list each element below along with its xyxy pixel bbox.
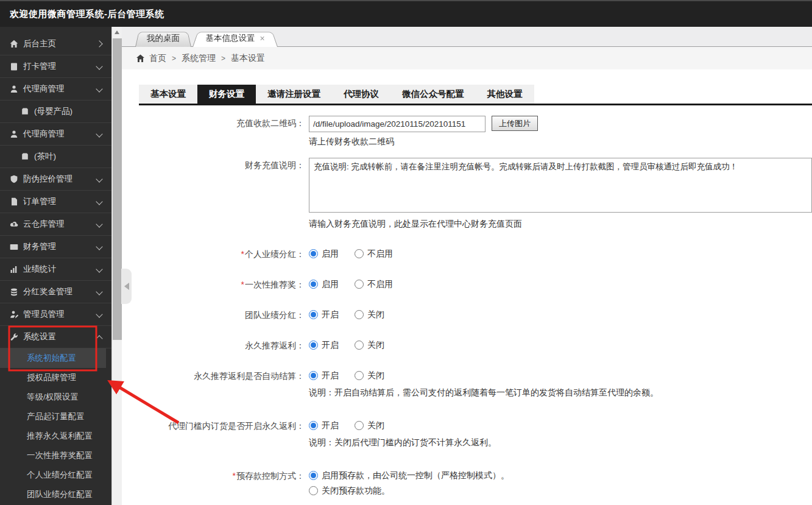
radio-icon[interactable] bbox=[355, 280, 364, 289]
sidebar-subitem[interactable]: 产品起订量配置 bbox=[0, 407, 111, 426]
radio-option[interactable]: 关闭 bbox=[355, 369, 384, 382]
radio-option[interactable]: 启用 bbox=[309, 247, 339, 260]
sidebar-subitem[interactable]: 推荐永久返利配置 bbox=[0, 426, 111, 446]
radio-icon[interactable] bbox=[355, 371, 364, 380]
required-mark: * bbox=[233, 471, 236, 481]
radio-icon[interactable] bbox=[355, 310, 364, 319]
sidebar-item[interactable]: 管理员管理 bbox=[0, 303, 111, 326]
content-tab[interactable]: 邀请注册设置 bbox=[256, 85, 332, 104]
radio-option[interactable]: 开启 bbox=[309, 308, 339, 321]
sidebar-collapse-handle[interactable] bbox=[121, 269, 132, 304]
finance-settings-form: 充值收款二维码： 上传图片 请上传财务收款二维码 财务充值说明： 请输入财务充值… bbox=[139, 116, 812, 505]
sidebar-item[interactable]: 云仓库管理 bbox=[0, 213, 111, 236]
radio-option[interactable]: 启用 bbox=[309, 277, 339, 291]
content-tab[interactable]: 基本设置 bbox=[139, 85, 197, 104]
content-tab[interactable]: 其他设置 bbox=[476, 85, 534, 104]
breadcrumb-system-management[interactable]: 系统管理 bbox=[182, 53, 216, 64]
main-area: 我的桌面 基本信息设置 × 首页 > 系统管理 > 基本设置 基本设置财务设置邀… bbox=[122, 27, 812, 505]
tab-basic-info-settings[interactable]: 基本信息设置 × bbox=[192, 30, 278, 47]
radio-icon[interactable] bbox=[309, 249, 318, 258]
cloud-icon bbox=[9, 220, 18, 229]
field-note: 说明：关闭后代理门槛内的订货不计算永久返利。 bbox=[309, 437, 496, 448]
box-icon bbox=[20, 107, 29, 116]
sidebar-scrollbar[interactable] bbox=[111, 27, 122, 505]
sidebar-item[interactable]: 分红奖金管理 bbox=[0, 281, 111, 303]
scrollbar-thumb[interactable] bbox=[113, 38, 122, 340]
form-row: *个人业绩分红： 启用 不启用 bbox=[139, 247, 812, 261]
radio-option[interactable]: 开启 bbox=[309, 369, 339, 382]
radio-option[interactable]: 关闭 bbox=[355, 338, 384, 351]
wrench-icon bbox=[9, 333, 18, 342]
topbar: 欢迎使用微商管理系统-后台管理系统 bbox=[0, 0, 812, 27]
required-mark: * bbox=[241, 280, 244, 289]
chevron-icon bbox=[96, 198, 102, 205]
recharge-note-textarea[interactable] bbox=[309, 158, 812, 213]
content-tab[interactable]: 代理协议 bbox=[332, 85, 390, 104]
breadcrumb-current: 基本设置 bbox=[231, 53, 265, 64]
settings-panel: 基本设置财务设置邀请注册设置代理协议微信公众号配置其他设置 充值收款二维码： 上… bbox=[122, 69, 812, 505]
sidebar-item[interactable]: 打卡管理 bbox=[0, 55, 111, 78]
radio-option[interactable]: 开启 bbox=[309, 338, 339, 351]
radio-option[interactable]: 关闭 bbox=[355, 418, 384, 432]
radio-icon[interactable] bbox=[355, 249, 364, 258]
radio-icon[interactable] bbox=[355, 341, 364, 350]
user-icon bbox=[9, 130, 18, 139]
form-row: *预存款控制方式： 启用预存款，由公司统一控制（严格控制模式）。 关闭预存款功能… bbox=[139, 468, 812, 499]
radio-icon[interactable] bbox=[309, 341, 318, 350]
required-mark: * bbox=[241, 249, 244, 259]
form-row: 永久推荐返利是否自动结算： 开启 关闭 说明：开启自动结算后，需公司支付的返利随… bbox=[139, 369, 812, 398]
sidebar-subitem[interactable]: 系统初始配置 bbox=[0, 348, 106, 368]
sidebar-subitem[interactable]: 授权品牌管理 bbox=[0, 368, 111, 387]
wallet-icon bbox=[9, 242, 18, 252]
content-tab[interactable]: 财务设置 bbox=[197, 85, 256, 104]
sidebar-item[interactable]: 订单管理 bbox=[0, 191, 111, 213]
sidebar-subitem[interactable]: 团队业绩分红配置 bbox=[0, 485, 111, 504]
chevron-icon bbox=[96, 40, 102, 47]
form-row: 充值收款二维码： 上传图片 请上传财务收款二维码 bbox=[139, 116, 812, 147]
home-icon bbox=[136, 54, 145, 63]
breadcrumb-separator: > bbox=[221, 54, 225, 63]
sidebar-subitem[interactable]: 等级/权限设置 bbox=[0, 387, 111, 407]
field-hint: 请上传财务收款二维码 bbox=[309, 136, 538, 147]
chevron-icon bbox=[96, 288, 102, 295]
radio-icon[interactable] bbox=[309, 280, 318, 289]
app-title: 欢迎使用微商管理系统-后台管理系统 bbox=[0, 9, 164, 20]
close-icon[interactable]: × bbox=[259, 34, 264, 43]
radio-icon[interactable] bbox=[309, 421, 318, 430]
chevron-icon bbox=[96, 266, 102, 272]
sidebar-item[interactable]: (母婴产品) bbox=[0, 101, 111, 123]
radio-icon[interactable] bbox=[309, 371, 318, 380]
breadcrumb-home[interactable]: 首页 bbox=[149, 53, 166, 64]
chevron-icon bbox=[96, 85, 102, 92]
upload-image-button[interactable]: 上传图片 bbox=[492, 116, 538, 131]
sidebar-item[interactable]: 代理商管理 bbox=[0, 78, 111, 101]
sidebar-item[interactable]: 财务管理 bbox=[0, 236, 111, 258]
radio-option[interactable]: 不启用 bbox=[355, 277, 393, 291]
sidebar-item[interactable]: 后台主页 bbox=[0, 33, 111, 55]
radio-option[interactable]: 关闭 bbox=[355, 308, 384, 321]
sidebar-item[interactable]: 防伪控价管理 bbox=[0, 168, 111, 191]
sidebar-item[interactable]: 代理商管理 bbox=[0, 123, 111, 146]
box-icon bbox=[20, 152, 29, 161]
radio-option[interactable]: 不启用 bbox=[355, 247, 393, 260]
sidebar-item[interactable]: 业绩统计 bbox=[0, 258, 111, 281]
radio-icon[interactable] bbox=[309, 310, 318, 319]
content-tab[interactable]: 微信公众号配置 bbox=[390, 85, 476, 104]
chevron-icon bbox=[96, 175, 102, 182]
qr-path-input[interactable] bbox=[309, 116, 485, 132]
sidebar-item[interactable]: (茶叶) bbox=[0, 146, 111, 168]
form-row: 代理门槛内订货是否开启永久返利： 开启 关闭 说明：关闭后代理门槛内的订货不计算… bbox=[139, 418, 812, 448]
home-icon bbox=[9, 40, 18, 49]
sidebar-subitem[interactable]: 一次性推荐奖配置 bbox=[0, 446, 111, 465]
chevron-icon bbox=[96, 335, 102, 342]
radio-option[interactable]: 关闭预存款功能。 bbox=[309, 484, 509, 497]
radio-option[interactable]: 开启 bbox=[309, 418, 339, 432]
radio-option[interactable]: 启用预存款，由公司统一控制（严格控制模式）。 bbox=[309, 468, 509, 482]
radio-icon[interactable] bbox=[355, 421, 364, 430]
sidebar-item[interactable]: 系统设置 bbox=[0, 326, 111, 348]
tab-my-desktop[interactable]: 我的桌面 bbox=[135, 30, 191, 47]
radio-icon[interactable] bbox=[309, 471, 318, 480]
scroll-up-arrow-icon[interactable] bbox=[112, 27, 122, 37]
radio-icon[interactable] bbox=[309, 486, 318, 495]
sidebar-subitem[interactable]: 个人业绩分红配置 bbox=[0, 465, 111, 485]
